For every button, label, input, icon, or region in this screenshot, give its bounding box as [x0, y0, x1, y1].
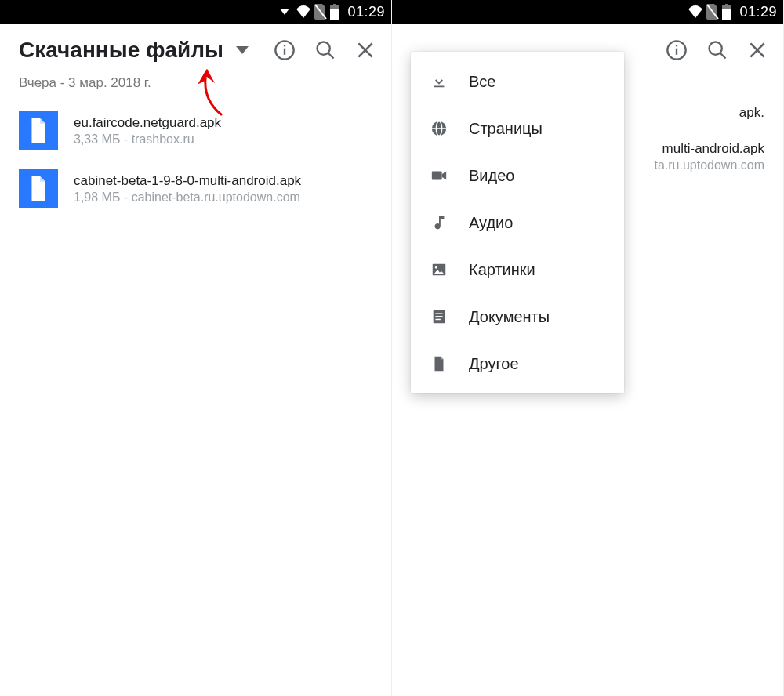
file-icon — [19, 111, 58, 150]
menu-item-label: Видео — [469, 167, 514, 185]
wifi-icon — [688, 5, 703, 18]
file-meta: ta.ru.uptodown.com — [654, 158, 764, 172]
svg-rect-14 — [676, 49, 677, 55]
svg-point-6 — [318, 42, 330, 55]
svg-rect-27 — [435, 313, 442, 314]
file-meta: 3,33 МБ - trashbox.ru — [74, 132, 372, 147]
no-sim-icon — [314, 4, 327, 20]
svg-rect-15 — [676, 45, 677, 46]
menu-item-other[interactable]: Другое — [411, 340, 624, 387]
menu-item-label: Аудио — [469, 214, 513, 232]
file-icon — [430, 354, 448, 373]
menu-item-label: Другое — [469, 355, 519, 373]
close-icon[interactable] — [355, 40, 376, 60]
status-bar: 01:29 — [0, 0, 391, 24]
menu-item-video[interactable]: Видео — [411, 152, 624, 199]
download-icon — [430, 72, 448, 91]
menu-item-audio[interactable]: Аудио — [411, 199, 624, 246]
search-icon[interactable] — [706, 39, 728, 61]
menu-item-label: Картинки — [469, 261, 535, 279]
svg-line-7 — [328, 53, 334, 59]
svg-rect-11 — [725, 4, 728, 5]
app-header: Скачанные файлы — [0, 24, 391, 69]
info-icon[interactable] — [666, 39, 688, 61]
battery-icon — [722, 4, 731, 20]
svg-rect-1 — [333, 4, 336, 5]
dropdown-indicator-icon — [280, 9, 289, 15]
clock: 01:29 — [739, 4, 777, 20]
file-name: cabinet-beta-1-9-8-0-multi-android.apk — [74, 173, 372, 189]
wifi-icon — [296, 5, 311, 18]
menu-item-images[interactable]: Картинки — [411, 246, 624, 293]
menu-item-pages[interactable]: Страницы — [411, 105, 624, 152]
menu-item-all[interactable]: Все — [411, 58, 624, 105]
music-note-icon — [430, 213, 448, 232]
battery-icon — [330, 4, 339, 20]
filter-dropdown-menu: Все Страницы Видео Аудио — [411, 52, 624, 393]
no-sim-icon — [706, 4, 719, 20]
screenshot-left: 01:29 Скачанные файлы Вчера - 3 мар. 201… — [0, 0, 392, 696]
document-icon — [430, 307, 448, 326]
file-name: multi-android.apk — [654, 141, 764, 157]
menu-item-label: Документы — [469, 308, 550, 326]
status-bar: 01:29 — [392, 0, 783, 24]
file-item[interactable]: eu.faircode.netguard.apk 3,33 МБ - trash… — [0, 102, 391, 160]
page-title: Скачанные файлы — [19, 38, 236, 63]
file-name: eu.faircode.netguard.apk — [74, 115, 372, 131]
video-icon — [430, 166, 448, 185]
svg-point-25 — [435, 266, 437, 269]
search-icon[interactable] — [314, 39, 336, 61]
clock: 01:29 — [347, 4, 385, 20]
svg-rect-12 — [722, 9, 731, 20]
file-icon — [19, 169, 58, 208]
close-icon[interactable] — [747, 40, 768, 60]
menu-item-label: Страницы — [469, 120, 543, 138]
svg-rect-28 — [435, 316, 442, 317]
screenshot-right: 01:29 .apk — [392, 0, 784, 696]
svg-rect-23 — [432, 172, 442, 180]
file-meta: 1,98 МБ - cabinet-beta.ru.uptodown.com — [74, 190, 372, 205]
filter-dropdown-trigger[interactable] — [236, 46, 249, 54]
file-item[interactable]: cabinet-beta-1-9-8-0-multi-android.apk 1… — [0, 160, 391, 218]
date-section-header: Вчера - 3 мар. 2018 г. — [0, 69, 391, 102]
svg-rect-2 — [330, 9, 339, 20]
svg-rect-4 — [284, 49, 285, 55]
svg-rect-29 — [435, 319, 440, 320]
svg-rect-5 — [284, 45, 285, 46]
globe-icon — [430, 119, 448, 138]
menu-item-documents[interactable]: Документы — [411, 293, 624, 340]
menu-item-label: Все — [469, 73, 495, 91]
info-icon[interactable] — [274, 39, 296, 61]
image-icon — [430, 260, 448, 279]
svg-point-16 — [710, 42, 722, 55]
file-name: .apk — [739, 105, 764, 121]
svg-line-17 — [720, 53, 726, 59]
